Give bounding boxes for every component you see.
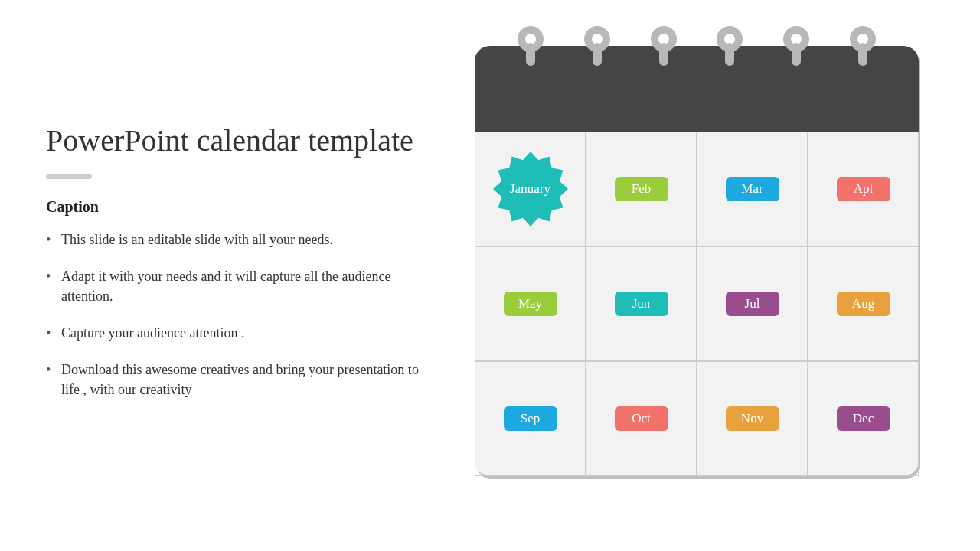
month-cell: Apl [808, 132, 919, 246]
title-underline [46, 174, 92, 179]
month-highlight-badge: January [493, 152, 568, 227]
calendar-graphic: JanuaryFebMarAplMayJunJulAugSepOctNovDec [475, 46, 919, 476]
month-label: Mar [726, 177, 779, 201]
month-label: Jul [726, 292, 779, 316]
month-label: January [510, 181, 550, 197]
month-label: Sep [504, 406, 557, 431]
ring-icon [849, 26, 877, 64]
month-label: Apl [837, 177, 890, 201]
month-label: Aug [837, 292, 890, 316]
month-grid: JanuaryFebMarAplMayJunJulAugSepOctNovDec [475, 132, 919, 476]
month-label: Feb [615, 177, 668, 201]
month-label: Jun [615, 292, 668, 316]
ring-icon [716, 26, 743, 64]
month-cell: Sep [475, 361, 586, 476]
binding-rings [475, 26, 919, 64]
month-label: Dec [837, 406, 890, 431]
ring-icon [583, 26, 611, 64]
month-cell: Nov [697, 361, 808, 476]
month-cell: Jun [586, 246, 697, 361]
month-label: Oct [615, 406, 668, 431]
calendar-body: JanuaryFebMarAplMayJunJulAugSepOctNovDec [475, 46, 919, 476]
ring-icon [517, 26, 544, 64]
bullet-item: Download this awesome creatives and brin… [46, 360, 429, 399]
month-cell: May [475, 246, 586, 361]
ring-icon [782, 26, 810, 64]
month-cell: Mar [697, 132, 808, 246]
month-label: Nov [726, 406, 779, 431]
bullet-item: Capture your audience attention . [46, 323, 429, 343]
bullet-item: Adapt it with your needs and it will cap… [46, 266, 429, 306]
month-label: May [504, 292, 557, 316]
text-panel: PowerPoint calendar template Caption Thi… [46, 122, 429, 417]
month-cell: Aug [808, 246, 919, 361]
month-cell: Oct [586, 361, 697, 476]
month-cell: Jul [697, 246, 808, 361]
month-cell: Dec [808, 361, 919, 476]
month-cell: January [475, 132, 586, 246]
caption-label: Caption [46, 198, 429, 216]
bullet-list: This slide is an editable slide with all… [46, 230, 429, 400]
ring-icon [650, 26, 678, 64]
slide-title: PowerPoint calendar template [46, 122, 429, 159]
bullet-item: This slide is an editable slide with all… [46, 230, 429, 249]
month-cell: Feb [586, 132, 697, 246]
